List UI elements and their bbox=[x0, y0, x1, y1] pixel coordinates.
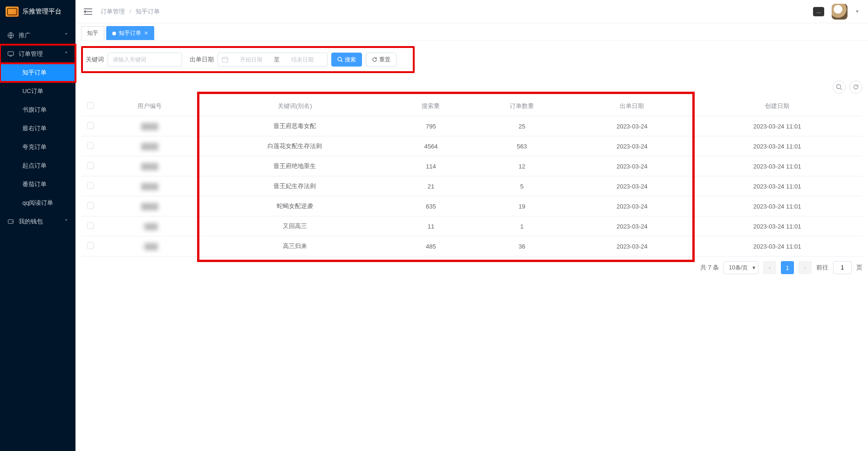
sidebar-group-2[interactable]: 我的钱包˅ bbox=[0, 212, 75, 231]
search-icon bbox=[337, 57, 343, 62]
cell-orders: 12 bbox=[472, 156, 572, 176]
prev-page-button[interactable]: ‹ bbox=[763, 261, 776, 274]
globe-icon bbox=[7, 32, 14, 39]
cell-orders: 5 bbox=[472, 176, 572, 196]
table-refresh-button[interactable] bbox=[849, 81, 862, 94]
cell-orders: 19 bbox=[472, 196, 572, 216]
sidebar-item-1-6[interactable]: 番茄订单 bbox=[0, 175, 75, 194]
date-end-input[interactable] bbox=[281, 56, 323, 63]
cell-keyword: 又回高三 bbox=[200, 216, 390, 236]
cell-search: 485 bbox=[390, 236, 472, 256]
search-button[interactable]: 搜索 bbox=[331, 53, 362, 67]
chevron-up-icon: ˄ bbox=[65, 51, 68, 58]
tab-1[interactable]: 知乎订单✕ bbox=[106, 26, 154, 40]
cell-keyword: 白莲花女配生存法则 bbox=[200, 136, 390, 156]
next-page-button[interactable]: › bbox=[799, 261, 812, 274]
tab-close-icon[interactable]: ✕ bbox=[144, 30, 148, 36]
tab-0[interactable]: 知乎 bbox=[81, 26, 104, 40]
cell-user: ████ bbox=[100, 116, 200, 136]
sidebar-item-1-1[interactable]: UC订单 bbox=[0, 82, 75, 101]
keyword-input[interactable] bbox=[108, 53, 182, 67]
goto-page-input[interactable] bbox=[833, 261, 852, 274]
sidebar-item-1-0[interactable]: 知乎订单 bbox=[0, 63, 75, 82]
sidebar-group-1[interactable]: 订单管理˄ bbox=[0, 45, 75, 63]
col-5: 出单日期 bbox=[572, 96, 692, 116]
cell-cdate: 2023-03-24 11:01 bbox=[692, 136, 862, 156]
sidebar-group-0[interactable]: 推广˅ bbox=[0, 26, 75, 45]
user-menu-caret-icon[interactable]: ▼ bbox=[855, 9, 860, 14]
sidebar-item-1-2[interactable]: 书旗订单 bbox=[0, 101, 75, 119]
breadcrumb-current: 知乎订单 bbox=[136, 8, 160, 15]
cell-orders: 25 bbox=[472, 116, 572, 136]
topbar: 订单管理 / 知乎订单 … ▼ bbox=[75, 0, 868, 23]
row-checkbox[interactable] bbox=[87, 122, 94, 129]
reset-button[interactable]: 重置 bbox=[366, 53, 396, 67]
cell-cdate: 2023-03-24 11:01 bbox=[692, 196, 862, 216]
wallet-icon bbox=[7, 218, 14, 225]
table-row[interactable]: 1███又回高三1112023-03-242023-03-24 11:01 bbox=[81, 216, 862, 236]
cell-odate: 2023-03-24 bbox=[572, 136, 692, 156]
svg-rect-1 bbox=[8, 52, 14, 55]
cell-keyword: 晋王妃生存法则 bbox=[200, 176, 390, 196]
row-checkbox[interactable] bbox=[87, 182, 94, 189]
select-all-checkbox[interactable] bbox=[87, 102, 94, 109]
cell-keyword: 高三归来 bbox=[200, 236, 390, 256]
col-checkbox bbox=[81, 96, 100, 116]
chevron-down-icon: ˅ bbox=[65, 32, 68, 39]
collapse-sidebar-button[interactable] bbox=[84, 8, 92, 15]
tab-active-dot-icon bbox=[112, 32, 116, 35]
table-row[interactable]: ████晋王府恶毒女配795252023-03-242023-03-24 11:… bbox=[81, 116, 862, 136]
page-size-select[interactable]: 10条/页 ▾ bbox=[724, 261, 759, 274]
cell-user: ████ bbox=[100, 196, 200, 216]
sidebar: 乐推管理平台 推广˅订单管理˄知乎订单UC订单书旗订单最右订单夸克订单起点订单番… bbox=[0, 0, 75, 451]
cell-odate: 2023-03-24 bbox=[572, 176, 692, 196]
sidebar-item-1-7[interactable]: qq阅读订单 bbox=[0, 194, 75, 212]
cell-odate: 2023-03-24 bbox=[572, 116, 692, 136]
cell-keyword: 晋王府绝地重生 bbox=[200, 156, 390, 176]
row-checkbox[interactable] bbox=[87, 162, 94, 169]
table-row[interactable]: ████白莲花女配生存法则45645632023-03-242023-03-24… bbox=[81, 136, 862, 156]
filter-bar-highlight: 关键词 出单日期 至 搜索 重置 bbox=[81, 46, 415, 73]
messages-icon[interactable]: … bbox=[813, 7, 824, 16]
cell-user: 1███ bbox=[100, 216, 200, 236]
logo-icon bbox=[6, 7, 19, 17]
chevron-down-icon: ˅ bbox=[65, 218, 68, 225]
page-1-button[interactable]: 1 bbox=[781, 261, 794, 274]
cell-search: 11 bbox=[390, 216, 472, 236]
breadcrumb: 订单管理 / 知乎订单 bbox=[101, 7, 160, 16]
sidebar-menu: 推广˅订单管理˄知乎订单UC订单书旗订单最右订单夸克订单起点订单番茄订单qq阅读… bbox=[0, 23, 75, 231]
cell-search: 4564 bbox=[390, 136, 472, 156]
row-checkbox[interactable] bbox=[87, 142, 94, 149]
breadcrumb-parent[interactable]: 订单管理 bbox=[101, 8, 125, 15]
cell-keyword: 蛇蝎女配逆袭 bbox=[200, 196, 390, 216]
app-name: 乐推管理平台 bbox=[22, 7, 62, 16]
svg-point-4 bbox=[338, 57, 342, 61]
cell-search: 635 bbox=[390, 196, 472, 216]
row-checkbox[interactable] bbox=[87, 222, 94, 229]
sidebar-item-1-3[interactable]: 最右订单 bbox=[0, 119, 75, 138]
row-checkbox[interactable] bbox=[87, 242, 94, 249]
date-range-picker[interactable]: 至 bbox=[218, 53, 328, 67]
pagination: 共 7 条 10条/页 ▾ ‹ 1 › 前往 页 bbox=[81, 261, 862, 274]
keyword-label: 关键词 bbox=[86, 55, 104, 64]
cell-odate: 2023-03-24 bbox=[572, 156, 692, 176]
sidebar-item-1-4[interactable]: 夸克订单 bbox=[0, 138, 75, 156]
date-label: 出单日期 bbox=[190, 55, 214, 64]
table-search-button[interactable] bbox=[833, 81, 846, 94]
avatar[interactable] bbox=[832, 4, 847, 20]
sidebar-item-1-5[interactable]: 起点订单 bbox=[0, 156, 75, 175]
cell-cdate: 2023-03-24 11:01 bbox=[692, 176, 862, 196]
table-row[interactable]: ████晋王妃生存法则2152023-03-242023-03-24 11:01 bbox=[81, 176, 862, 196]
table-row[interactable]: 1███高三归来485362023-03-242023-03-24 11:01 bbox=[81, 236, 862, 256]
pagination-total: 共 7 条 bbox=[700, 263, 719, 272]
svg-rect-3 bbox=[222, 57, 228, 62]
cell-user: ████ bbox=[100, 176, 200, 196]
col-6: 创建日期 bbox=[692, 96, 862, 116]
row-checkbox[interactable] bbox=[87, 202, 94, 209]
tabs-row: 知乎知乎订单✕ bbox=[75, 23, 868, 40]
cell-cdate: 2023-03-24 11:01 bbox=[692, 216, 862, 236]
table-row[interactable]: ████蛇蝎女配逆袭635192023-03-242023-03-24 11:0… bbox=[81, 196, 862, 216]
table-row[interactable]: ████晋王府绝地重生114122023-03-242023-03-24 11:… bbox=[81, 156, 862, 176]
date-start-input[interactable] bbox=[230, 56, 272, 63]
calendar-icon bbox=[222, 56, 228, 63]
